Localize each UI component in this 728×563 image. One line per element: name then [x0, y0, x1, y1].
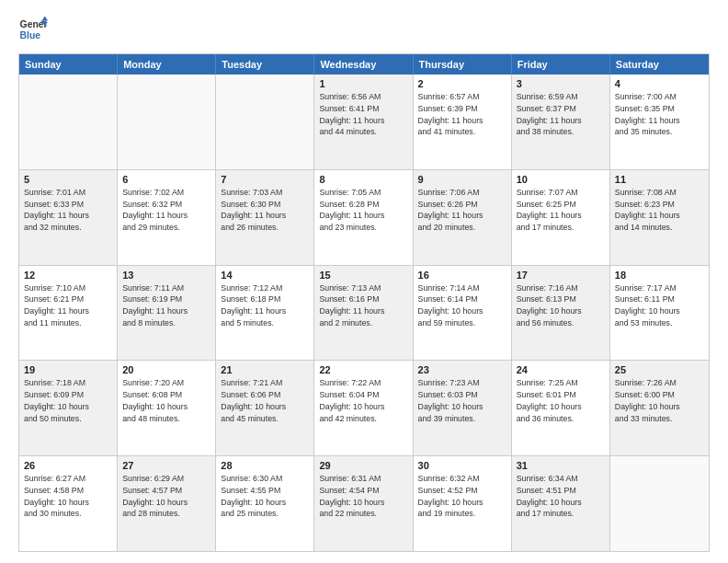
day-number: 14 — [221, 270, 309, 281]
day-number: 21 — [221, 364, 309, 375]
calendar-week: 19Sunrise: 7:18 AM Sunset: 6:09 PM Dayli… — [19, 361, 709, 456]
day-info: Sunrise: 7:12 AM Sunset: 6:18 PM Dayligh… — [221, 282, 309, 329]
calendar-cell: 20Sunrise: 7:20 AM Sunset: 6:08 PM Dayli… — [118, 361, 216, 455]
calendar-cell: 9Sunrise: 7:06 AM Sunset: 6:26 PM Daylig… — [414, 170, 512, 265]
day-number: 2 — [418, 78, 506, 89]
calendar-header: SundayMondayTuesdayWednesdayThursdayFrid… — [19, 54, 709, 75]
day-number: 28 — [221, 460, 309, 471]
day-number: 23 — [418, 364, 506, 375]
calendar-cell: 13Sunrise: 7:11 AM Sunset: 6:19 PM Dayli… — [118, 266, 216, 361]
day-info: Sunrise: 7:14 AM Sunset: 6:14 PM Dayligh… — [418, 282, 506, 329]
day-info: Sunrise: 7:05 AM Sunset: 6:28 PM Dayligh… — [319, 187, 407, 234]
day-number: 20 — [122, 364, 210, 375]
day-info: Sunrise: 7:22 AM Sunset: 6:04 PM Dayligh… — [319, 377, 407, 424]
calendar-day-header: Wednesday — [314, 54, 413, 75]
day-info: Sunrise: 7:00 AM Sunset: 6:35 PM Dayligh… — [615, 91, 704, 138]
day-number: 7 — [221, 174, 309, 185]
day-info: Sunrise: 7:03 AM Sunset: 6:30 PM Dayligh… — [221, 187, 309, 234]
day-info: Sunrise: 7:13 AM Sunset: 6:16 PM Dayligh… — [319, 282, 407, 329]
day-number: 24 — [517, 364, 605, 375]
day-info: Sunrise: 6:56 AM Sunset: 6:41 PM Dayligh… — [319, 91, 407, 138]
day-info: Sunrise: 7:01 AM Sunset: 6:33 PM Dayligh… — [24, 187, 112, 234]
logo-icon: General Blue — [18, 15, 48, 44]
day-info: Sunrise: 6:59 AM Sunset: 6:37 PM Dayligh… — [517, 91, 605, 138]
calendar-cell: 21Sunrise: 7:21 AM Sunset: 6:06 PM Dayli… — [216, 361, 314, 455]
calendar-cell: 4Sunrise: 7:00 AM Sunset: 6:35 PM Daylig… — [610, 75, 709, 169]
day-number: 8 — [319, 174, 407, 185]
day-info: Sunrise: 7:26 AM Sunset: 6:00 PM Dayligh… — [615, 377, 704, 424]
day-info: Sunrise: 6:57 AM Sunset: 6:39 PM Dayligh… — [418, 91, 506, 138]
calendar: SundayMondayTuesdayWednesdayThursdayFrid… — [18, 53, 710, 552]
svg-marker-2 — [42, 17, 48, 21]
calendar-cell — [610, 456, 709, 551]
logo: General Blue — [18, 15, 48, 44]
calendar-cell — [216, 75, 314, 169]
calendar-day-header: Monday — [118, 54, 216, 75]
calendar-cell: 3Sunrise: 6:59 AM Sunset: 6:37 PM Daylig… — [512, 75, 610, 169]
day-info: Sunrise: 7:06 AM Sunset: 6:26 PM Dayligh… — [418, 187, 506, 234]
day-info: Sunrise: 7:08 AM Sunset: 6:23 PM Dayligh… — [615, 187, 704, 234]
calendar-cell: 24Sunrise: 7:25 AM Sunset: 6:01 PM Dayli… — [512, 361, 610, 455]
calendar-cell: 22Sunrise: 7:22 AM Sunset: 6:04 PM Dayli… — [314, 361, 413, 455]
day-info: Sunrise: 6:29 AM Sunset: 4:57 PM Dayligh… — [122, 473, 210, 520]
day-info: Sunrise: 7:23 AM Sunset: 6:03 PM Dayligh… — [418, 377, 506, 424]
day-number: 18 — [615, 270, 704, 281]
calendar-cell: 6Sunrise: 7:02 AM Sunset: 6:32 PM Daylig… — [118, 170, 216, 265]
calendar-day-header: Tuesday — [216, 54, 314, 75]
day-info: Sunrise: 6:32 AM Sunset: 4:52 PM Dayligh… — [418, 473, 506, 520]
day-number: 19 — [24, 364, 112, 375]
calendar-cell: 8Sunrise: 7:05 AM Sunset: 6:28 PM Daylig… — [314, 170, 413, 265]
calendar-cell: 2Sunrise: 6:57 AM Sunset: 6:39 PM Daylig… — [414, 75, 512, 169]
calendar-week: 1Sunrise: 6:56 AM Sunset: 6:41 PM Daylig… — [19, 75, 709, 170]
day-number: 27 — [122, 460, 210, 471]
day-number: 9 — [418, 174, 506, 185]
day-number: 22 — [319, 364, 407, 375]
day-number: 17 — [517, 270, 605, 281]
day-info: Sunrise: 7:21 AM Sunset: 6:06 PM Dayligh… — [221, 377, 309, 424]
calendar-cell: 18Sunrise: 7:17 AM Sunset: 6:11 PM Dayli… — [610, 266, 709, 361]
day-info: Sunrise: 7:25 AM Sunset: 6:01 PM Dayligh… — [517, 377, 605, 424]
calendar-day-header: Saturday — [610, 54, 709, 75]
calendar-cell: 27Sunrise: 6:29 AM Sunset: 4:57 PM Dayli… — [118, 456, 216, 551]
calendar-cell: 25Sunrise: 7:26 AM Sunset: 6:00 PM Dayli… — [610, 361, 709, 455]
calendar-day-header: Friday — [512, 54, 610, 75]
calendar-cell: 7Sunrise: 7:03 AM Sunset: 6:30 PM Daylig… — [216, 170, 314, 265]
calendar-body: 1Sunrise: 6:56 AM Sunset: 6:41 PM Daylig… — [19, 75, 709, 551]
calendar-cell: 16Sunrise: 7:14 AM Sunset: 6:14 PM Dayli… — [414, 266, 512, 361]
day-info: Sunrise: 7:07 AM Sunset: 6:25 PM Dayligh… — [517, 187, 605, 234]
calendar-day-header: Sunday — [19, 54, 118, 75]
calendar-cell: 23Sunrise: 7:23 AM Sunset: 6:03 PM Dayli… — [414, 361, 512, 455]
calendar-cell: 30Sunrise: 6:32 AM Sunset: 4:52 PM Dayli… — [414, 456, 512, 551]
calendar-cell: 19Sunrise: 7:18 AM Sunset: 6:09 PM Dayli… — [19, 361, 118, 455]
day-info: Sunrise: 7:18 AM Sunset: 6:09 PM Dayligh… — [24, 377, 112, 424]
day-number: 15 — [319, 270, 407, 281]
calendar-cell: 14Sunrise: 7:12 AM Sunset: 6:18 PM Dayli… — [216, 266, 314, 361]
calendar-cell: 1Sunrise: 6:56 AM Sunset: 6:41 PM Daylig… — [314, 75, 413, 169]
calendar-cell: 12Sunrise: 7:10 AM Sunset: 6:21 PM Dayli… — [19, 266, 118, 361]
day-info: Sunrise: 7:20 AM Sunset: 6:08 PM Dayligh… — [122, 377, 210, 424]
calendar-cell — [19, 75, 118, 169]
day-number: 13 — [122, 270, 210, 281]
calendar-week: 26Sunrise: 6:27 AM Sunset: 4:58 PM Dayli… — [19, 456, 709, 551]
header: General Blue — [18, 15, 710, 44]
calendar-cell: 26Sunrise: 6:27 AM Sunset: 4:58 PM Dayli… — [19, 456, 118, 551]
page: General Blue SundayMondayTuesdayWednesda… — [0, 0, 728, 563]
day-number: 29 — [319, 460, 407, 471]
day-info: Sunrise: 7:10 AM Sunset: 6:21 PM Dayligh… — [24, 282, 112, 329]
day-number: 25 — [615, 364, 704, 375]
day-info: Sunrise: 7:11 AM Sunset: 6:19 PM Dayligh… — [122, 282, 210, 329]
day-number: 26 — [24, 460, 112, 471]
svg-text:Blue: Blue — [20, 30, 41, 40]
day-number: 1 — [319, 78, 407, 89]
day-info: Sunrise: 7:17 AM Sunset: 6:11 PM Dayligh… — [615, 282, 704, 329]
day-number: 3 — [517, 78, 605, 89]
calendar-week: 12Sunrise: 7:10 AM Sunset: 6:21 PM Dayli… — [19, 266, 709, 362]
day-number: 31 — [517, 460, 605, 471]
day-info: Sunrise: 6:34 AM Sunset: 4:51 PM Dayligh… — [517, 473, 605, 520]
day-number: 4 — [615, 78, 704, 89]
day-info: Sunrise: 7:16 AM Sunset: 6:13 PM Dayligh… — [517, 282, 605, 329]
day-number: 10 — [517, 174, 605, 185]
calendar-cell — [118, 75, 216, 169]
day-number: 30 — [418, 460, 506, 471]
day-info: Sunrise: 7:02 AM Sunset: 6:32 PM Dayligh… — [122, 187, 210, 234]
